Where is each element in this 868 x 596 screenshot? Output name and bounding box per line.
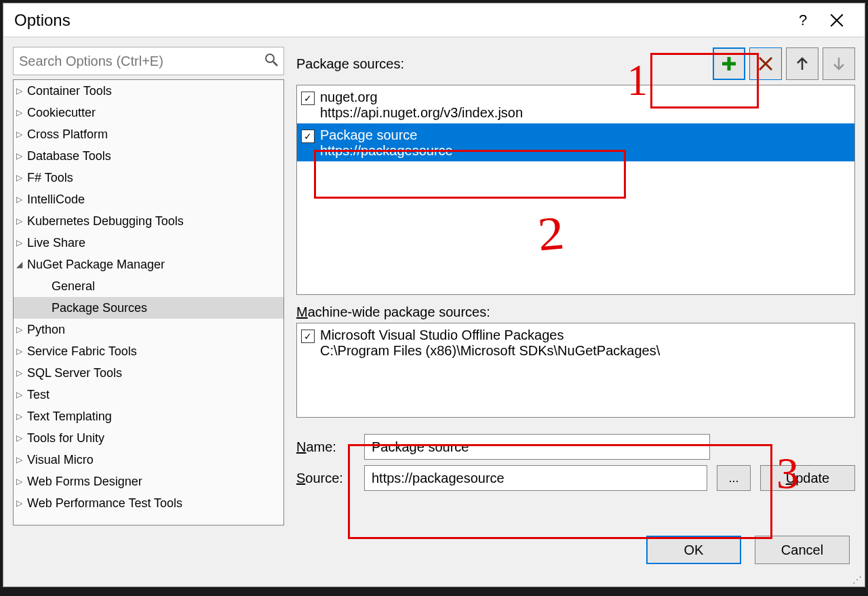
source-url: C:\Program Files (x86)\Microsoft SDKs\Nu… (320, 343, 660, 359)
source-name: Package source (320, 127, 453, 143)
tree-arrow-icon: ▷ (16, 455, 27, 464)
svg-point-0 (266, 54, 274, 62)
tree-arrow-icon: ▷ (16, 368, 27, 378)
tree-item-label: IntelliCode (27, 193, 85, 207)
browse-button[interactable]: ... (717, 465, 751, 491)
tree-item-label: NuGet Package Manager (27, 258, 165, 272)
dialog-title: Options (14, 11, 786, 30)
source-checkbox[interactable]: ✓ (301, 330, 315, 343)
source-checkbox[interactable]: ✓ (301, 92, 315, 105)
tree-arrow-icon: ▷ (16, 238, 27, 247)
tree-item[interactable]: ▷Cross Platform (14, 123, 283, 145)
tree-item[interactable]: ▷Visual Micro (14, 449, 283, 471)
source-form: Name: Source: ... Update (296, 431, 855, 494)
tree-item-label: Python (27, 323, 65, 337)
tree-arrow-icon: ▷ (16, 108, 27, 117)
arrow-up-icon (795, 56, 810, 71)
tree-item[interactable]: ▷Container Tools (14, 80, 283, 102)
tree-item[interactable]: ▷Web Forms Designer (14, 471, 283, 492)
help-button[interactable]: ? (786, 3, 820, 37)
add-source-button[interactable] (713, 47, 745, 80)
tree-arrow-icon: ▷ (16, 195, 27, 204)
tree-item-label: Visual Micro (27, 453, 94, 467)
name-input[interactable] (364, 434, 710, 460)
tree-arrow-icon: ▷ (16, 151, 27, 161)
x-icon (757, 56, 774, 72)
source-name: nuget.org (320, 90, 523, 105)
tree-item[interactable]: ▷SQL Server Tools (14, 362, 283, 384)
tree-item-label: Package Sources (52, 301, 147, 315)
left-panel: ▷Container Tools▷Cookiecutter▷Cross Plat… (13, 47, 284, 525)
search-input[interactable] (19, 54, 264, 69)
machine-source-row[interactable]: ✓Microsoft Visual Studio Offline Package… (297, 323, 854, 361)
machine-sources-list[interactable]: ✓Microsoft Visual Studio Offline Package… (296, 323, 855, 418)
tree-arrow-icon: ▷ (16, 86, 27, 96)
tree-item[interactable]: ▷Tools for Unity (14, 427, 283, 449)
update-button[interactable]: Update (760, 465, 855, 491)
tree-item[interactable]: ▷IntelliCode (14, 188, 283, 210)
tree-item-label: Web Performance Test Tools (27, 496, 182, 511)
source-name: Microsoft Visual Studio Offline Packages (320, 327, 660, 343)
tree-item-label: Tools for Unity (27, 431, 104, 445)
source-input[interactable] (364, 465, 707, 491)
source-row[interactable]: ✓Package sourcehttps://packagesource (297, 123, 854, 161)
tree-arrow-icon: ▷ (16, 433, 27, 443)
right-panel: Package sources: ✓nuget.orgh (296, 47, 855, 525)
tree-item-label: Live Share (27, 236, 85, 250)
source-row[interactable]: ✓nuget.orghttps://api.nuget.org/v3/index… (297, 85, 854, 123)
tree-arrow-icon: ▷ (16, 346, 27, 356)
package-sources-label: Package sources: (296, 56, 713, 72)
toolbar: Package sources: (296, 47, 855, 81)
tree-arrow-icon: ▷ (16, 130, 27, 139)
cancel-button[interactable]: Cancel (755, 536, 850, 564)
svg-line-1 (273, 62, 277, 66)
move-down-button[interactable] (823, 47, 855, 80)
move-up-button[interactable] (786, 47, 818, 80)
tree-item[interactable]: ▷Cookiecutter (14, 102, 283, 123)
source-url: https://packagesource (320, 143, 453, 159)
plus-icon (720, 55, 738, 73)
toolbar-buttons (713, 47, 855, 80)
name-row: Name: (296, 431, 855, 462)
tree-item-label: General (52, 279, 95, 294)
tree-item[interactable]: ▷Text Templating (14, 405, 283, 427)
options-tree[interactable]: ▷Container Tools▷Cookiecutter▷Cross Plat… (13, 79, 284, 525)
tree-item[interactable]: ▷Database Tools (14, 145, 283, 167)
source-checkbox[interactable]: ✓ (301, 130, 315, 143)
dialog-body: ▷Container Tools▷Cookiecutter▷Cross Plat… (3, 37, 865, 525)
remove-source-button[interactable] (749, 47, 782, 80)
tree-arrow-icon: ▷ (16, 216, 27, 226)
tree-item-label: Cross Platform (27, 127, 108, 142)
tree-item[interactable]: ▷F# Tools (14, 167, 283, 188)
tree-arrow-icon: ▷ (16, 390, 27, 399)
tree-arrow-icon: ▷ (16, 477, 27, 486)
source-url: https://api.nuget.org/v3/index.json (320, 105, 523, 121)
resize-grip[interactable]: ⋰ (852, 574, 863, 585)
tree-item-label: Cookiecutter (27, 106, 96, 120)
tree-item-label: Service Fabric Tools (27, 344, 137, 359)
tree-item[interactable]: ▷Python (14, 319, 283, 340)
arrow-down-icon (831, 56, 846, 71)
tree-item-label: Text Templating (27, 410, 112, 424)
close-icon (830, 14, 844, 27)
tree-arrow-icon: ▷ (16, 498, 27, 508)
tree-item[interactable]: ▷Live Share (14, 232, 283, 254)
package-sources-list[interactable]: ✓nuget.orghttps://api.nuget.org/v3/index… (296, 85, 855, 295)
tree-item[interactable]: General (14, 275, 283, 297)
tree-item[interactable]: ▷Kubernetes Debugging Tools (14, 210, 283, 232)
search-box[interactable] (13, 47, 284, 75)
tree-item-label: Database Tools (27, 149, 111, 163)
titlebar: Options ? (3, 3, 865, 37)
tree-item[interactable]: ▷Web Performance Test Tools (14, 492, 283, 514)
ok-button[interactable]: OK (646, 536, 741, 564)
tree-item[interactable]: ◢NuGet Package Manager (14, 254, 283, 275)
name-label: Name: (296, 439, 355, 455)
tree-arrow-icon: ▷ (16, 173, 27, 182)
close-button[interactable] (820, 3, 854, 37)
tree-arrow-icon: ▷ (16, 325, 27, 334)
source-label: Source: (296, 471, 355, 486)
tree-item[interactable]: ▷Test (14, 384, 283, 405)
tree-item[interactable]: Package Sources (14, 297, 283, 319)
tree-item-label: Container Tools (27, 84, 112, 98)
tree-item[interactable]: ▷Service Fabric Tools (14, 340, 283, 362)
